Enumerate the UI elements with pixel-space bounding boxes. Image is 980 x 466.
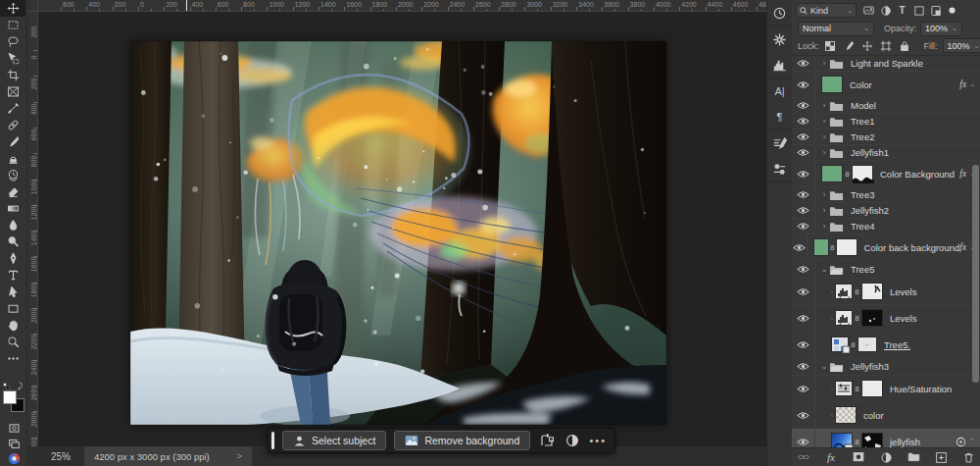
mask-link-icon[interactable]: 8 xyxy=(844,170,851,179)
swap-colors-icon[interactable]: ⤸ xyxy=(18,382,23,391)
smart-filter-toggle[interactable]: ⌃ xyxy=(956,437,975,447)
add-mask-icon[interactable] xyxy=(851,450,866,464)
layer-row-tree2[interactable]: › Tree2 xyxy=(792,129,980,145)
chevron-right-icon[interactable]: › xyxy=(819,206,829,215)
chevron-right-icon[interactable]: › xyxy=(819,148,829,157)
layer-row-model[interactable]: › Model xyxy=(792,98,980,114)
layer-name[interactable]: Color Background xyxy=(880,169,955,180)
layer-fx-badge[interactable]: fx⌄ xyxy=(959,79,975,89)
character-icon[interactable]: A| xyxy=(770,82,790,100)
chevron-right-icon[interactable]: › xyxy=(819,101,829,110)
mask-link-icon[interactable]: 8 xyxy=(830,243,835,252)
brush-settings-icon[interactable] xyxy=(770,134,790,152)
move-tool[interactable] xyxy=(0,0,25,17)
link-layers-icon[interactable] xyxy=(796,450,811,464)
layer-row-tree1[interactable]: › Tree1 xyxy=(792,114,980,129)
visibility-eye-icon[interactable] xyxy=(792,219,815,233)
adjustment-thumbnail[interactable] xyxy=(833,284,853,299)
chevron-right-icon[interactable]: › xyxy=(819,190,829,199)
layer-row-tree4[interactable]: › Tree4 xyxy=(792,219,980,234)
mask-link-icon[interactable]: 8 xyxy=(854,385,860,393)
path-selection-tool[interactable] xyxy=(0,284,25,300)
layer-name[interactable]: jellyfish xyxy=(890,437,920,447)
edit-toolbar[interactable] xyxy=(0,350,25,367)
blend-mode-select[interactable]: Normal ⌄ xyxy=(798,22,874,36)
layer-row-tree5[interactable]: ⌄ Tree5 xyxy=(792,261,980,279)
layers-scrollbar[interactable] xyxy=(972,165,979,383)
lock-transparency-icon[interactable] xyxy=(824,39,837,52)
foreground-color[interactable] xyxy=(3,390,17,404)
layer-name[interactable]: Tree1 xyxy=(851,116,874,127)
layer-name[interactable]: Jellyfish2 xyxy=(851,205,889,216)
blur-tool[interactable] xyxy=(0,217,25,233)
layer-name[interactable]: Color back background xyxy=(864,242,960,253)
mask-link-icon[interactable]: 8 xyxy=(854,438,860,446)
chevron-right-icon[interactable]: › xyxy=(819,132,829,141)
screen-mode-icon[interactable] xyxy=(1,436,26,451)
layer-row-tree5-[interactable]: 8 ⌐ Tree5. xyxy=(792,332,980,358)
visibility-eye-icon[interactable] xyxy=(792,129,815,144)
properties-icon[interactable] xyxy=(770,160,790,178)
layer-row-jellyfish1[interactable]: › Jellyfish1 xyxy=(792,145,980,161)
new-layer-icon[interactable] xyxy=(933,450,949,464)
layer-name[interactable]: Tree2 xyxy=(851,131,874,142)
layer-mask-thumbnail[interactable] xyxy=(836,238,858,256)
frame-tool[interactable] xyxy=(0,83,25,100)
visibility-eye-icon[interactable] xyxy=(792,98,815,113)
chevron-down-icon[interactable]: ⌄ xyxy=(819,362,829,371)
smart-object-filter-icon[interactable] xyxy=(928,4,943,18)
opacity-value[interactable]: 100% ⌄ xyxy=(920,22,962,36)
layer-name[interactable]: Model xyxy=(851,100,876,111)
clone-stamp-tool[interactable] xyxy=(0,150,25,167)
gradient-tool[interactable] xyxy=(0,200,25,217)
layer-row-levels[interactable]: 8 Levels xyxy=(792,305,980,332)
adjustments-icon[interactable] xyxy=(770,30,790,48)
new-adjustment-icon[interactable] xyxy=(878,450,894,464)
more-options-icon[interactable]: ••• xyxy=(589,432,607,449)
hand-tool[interactable] xyxy=(0,317,25,334)
layer-fx-icon[interactable]: fx xyxy=(823,450,839,464)
color-fill-thumbnail[interactable] xyxy=(821,76,843,93)
visibility-eye-icon[interactable] xyxy=(792,234,808,260)
history-brush-tool[interactable] xyxy=(0,167,25,183)
chevron-down-icon[interactable]: ⌄ xyxy=(819,265,829,274)
mask-link-icon[interactable]: 8 xyxy=(850,340,857,349)
layer-mask-thumbnail[interactable] xyxy=(861,433,883,447)
lock-artboard-icon[interactable] xyxy=(880,39,893,52)
layer-name[interactable]: Levels xyxy=(890,313,916,324)
visibility-eye-icon[interactable] xyxy=(792,376,815,401)
document-canvas[interactable] xyxy=(130,41,666,425)
lock-position-icon[interactable] xyxy=(861,39,874,52)
type-tool[interactable] xyxy=(0,267,25,284)
visibility-eye-icon[interactable] xyxy=(792,305,815,331)
status-chevron-icon[interactable]: > xyxy=(237,451,242,461)
lock-all-icon[interactable] xyxy=(899,39,911,52)
layer-name[interactable]: Hue/Saturation xyxy=(890,384,952,394)
visibility-eye-icon[interactable] xyxy=(792,161,815,186)
brush-tool[interactable] xyxy=(0,133,25,150)
mask-link-icon[interactable]: 8 xyxy=(854,314,860,323)
visibility-eye-icon[interactable] xyxy=(792,145,815,160)
adjustment-thumbnail[interactable] xyxy=(833,381,853,396)
type-layer-filter-icon[interactable]: T xyxy=(895,4,909,18)
visibility-eye-icon[interactable] xyxy=(792,56,815,71)
taskbar-grip[interactable] xyxy=(271,432,274,449)
delete-layer-icon[interactable] xyxy=(960,450,976,464)
visibility-eye-icon[interactable] xyxy=(792,261,815,278)
layer-search-filter[interactable]: Kind ⌄ xyxy=(796,3,857,18)
layer-thumbnail[interactable] xyxy=(831,433,853,447)
eyedropper-tool[interactable] xyxy=(0,100,25,117)
adjustment-thumbnail[interactable] xyxy=(833,310,853,326)
visibility-eye-icon[interactable] xyxy=(792,203,815,218)
history-icon[interactable] xyxy=(770,4,790,22)
layer-name[interactable]: Light and Sparkle xyxy=(851,58,923,69)
layer-thumbnail[interactable] xyxy=(835,406,857,424)
document-info[interactable]: 4200 px x 3000 px (300 ppi) > xyxy=(84,446,252,466)
creative-cloud-icon[interactable] xyxy=(1,450,26,466)
layer-row-color[interactable]: Colorfx⌄ xyxy=(792,72,980,98)
visibility-eye-icon[interactable] xyxy=(792,279,815,304)
shape-layer-filter-icon[interactable] xyxy=(911,4,926,18)
layer-row-jellyfish2[interactable]: › Jellyfish2 xyxy=(792,203,980,219)
crop-tool[interactable] xyxy=(0,67,25,83)
visibility-eye-icon[interactable] xyxy=(792,114,815,129)
